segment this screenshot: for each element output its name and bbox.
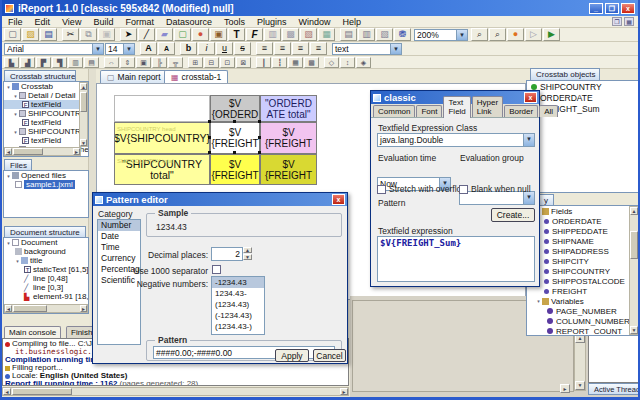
open-icon[interactable]: ▨ — [22, 28, 39, 41]
report-wizard-icon[interactable]: ▧ — [376, 28, 393, 41]
crosstab-column-header-cell[interactable]: $V{ORDERD — [210, 95, 260, 122]
line-tool-icon[interactable]: ╱ — [138, 28, 155, 41]
run-report-datasource-icon[interactable]: ● — [507, 28, 524, 41]
align-right-edges-icon[interactable]: ▟ — [20, 57, 35, 68]
crosstab-object-shipcountry[interactable]: SHIPCOUNTRY — [527, 81, 639, 92]
subreport-tool-icon[interactable]: ▥ — [264, 28, 281, 41]
close-icon[interactable]: x — [332, 194, 345, 205]
align-top-edges-icon[interactable]: ▛ — [36, 57, 51, 68]
spinner-up-icon[interactable]: ▲ — [243, 247, 252, 253]
align-justify-icon[interactable]: ≡ — [310, 42, 327, 55]
variable-report-count[interactable]: REPORT_COUNT — [527, 326, 639, 336]
cancel-button[interactable]: Cancel — [313, 349, 346, 362]
dropdown-icon[interactable]: ▼ — [523, 134, 534, 146]
ellipse-tool-icon[interactable]: ● — [192, 28, 209, 41]
field-shippeddate[interactable]: SHIPPEDDATE — [527, 226, 639, 236]
chart-tool-icon[interactable]: ▧ — [300, 28, 317, 41]
tab-all[interactable]: All — [539, 105, 558, 117]
negative-numbers-list[interactable]: -1234.43 1234.43- (1234.43) (-1234.43) (… — [211, 276, 265, 335]
font-name-combo[interactable]: Arial ▼ — [4, 43, 104, 55]
scroll-left-icon[interactable]: ◄ — [5, 305, 12, 312]
tree-item-background[interactable]: background — [4, 247, 88, 256]
menu-file[interactable]: File — [2, 17, 29, 27]
report-properties-icon[interactable]: ▤ — [340, 28, 357, 41]
menu-plugins[interactable]: Plugins — [251, 17, 293, 27]
tree-item-shipcountry-total[interactable]: ▾ SHIPCOUNTRY total — [4, 127, 88, 136]
crosstab-structure-tab[interactable]: Crosstab structure — [4, 70, 76, 81]
pointer-tool-icon[interactable]: ➤ — [120, 28, 137, 41]
crosstab-tool-icon[interactable]: ▦ — [318, 28, 335, 41]
spinner-down-icon[interactable]: ▼ — [243, 254, 252, 260]
scrollbar-thumb[interactable] — [12, 388, 72, 395]
tree-item-line-1[interactable]: ╱ line [0,48] — [4, 274, 88, 283]
category-number[interactable]: Number — [98, 220, 140, 231]
scroll-right-icon[interactable]: ► — [340, 388, 348, 395]
snap-grid-icon[interactable]: ▦ — [288, 57, 303, 68]
tile-windows-icon[interactable]: ▦ — [624, 17, 634, 26]
restore-button[interactable]: ❐ — [605, 3, 619, 14]
selection-handle[interactable] — [208, 136, 211, 139]
horizontal-scrollbar[interactable]: ◄ ► — [4, 304, 88, 313]
scroll-left-icon[interactable]: ◄ — [3, 388, 11, 395]
field-shipname[interactable]: SHIPNAME — [527, 236, 639, 246]
minimize-button[interactable]: _ — [589, 3, 603, 14]
menu-view[interactable]: View — [56, 17, 87, 27]
checkbox-icon[interactable] — [459, 185, 468, 194]
align-right-icon[interactable]: ≡ — [292, 42, 309, 55]
title-bar[interactable]: iReport 1.1.0 [classic 595x842 (Modified… — [2, 0, 638, 16]
tree-item-element-91[interactable]: ▙ element-91 [18,5 — [4, 292, 88, 301]
font-size-combo[interactable]: 14 ▼ — [105, 43, 135, 55]
center-horizontal-icon[interactable]: ▥ — [68, 57, 83, 68]
vertical-scrollbar[interactable]: ▲ ▼ — [574, 333, 586, 391]
selection-handle[interactable] — [258, 136, 261, 139]
menu-build[interactable]: Build — [87, 17, 119, 27]
crosstab-corner-cell[interactable] — [114, 95, 210, 122]
space-vertical-icon[interactable]: ╦ — [168, 57, 183, 68]
tree-item-shipcountry-head[interactable]: ▾ SHIPCOUNTRY head — [4, 109, 88, 118]
send-to-back-icon[interactable]: ⊟ — [204, 57, 219, 68]
field-shipaddress[interactable]: SHIPADDRESS — [527, 246, 639, 256]
cut-icon[interactable]: ✂ — [62, 28, 79, 41]
decimal-places-value[interactable]: 2 — [211, 247, 243, 261]
transform-icon[interactable]: ◇ — [324, 57, 339, 68]
crosstab-objects-tab[interactable]: Crosstab objects — [530, 68, 600, 80]
compile-report-icon[interactable]: ▷ — [525, 28, 542, 41]
zoom-combo[interactable]: 200% ▼ — [414, 29, 468, 41]
vertical-scrollbar[interactable]: ▲ ▼ — [629, 206, 639, 335]
create-pattern-button[interactable]: Create... — [491, 208, 535, 222]
tab-hyper-link[interactable]: Hyper Link — [472, 96, 503, 117]
tree-item-variables[interactable]: ▾ Variables — [527, 296, 639, 306]
tab-crosstab-1[interactable]: ▦ crosstab-1 — [164, 70, 228, 83]
negative-option[interactable]: 1234.43- — [212, 288, 264, 299]
apply-button[interactable]: Apply — [275, 349, 309, 362]
italic-icon[interactable]: i — [198, 42, 215, 55]
space-horizontal-icon[interactable]: ╠ — [152, 57, 167, 68]
tree-item-title[interactable]: ▾ title — [4, 256, 88, 265]
tree-item-sample1-jxml[interactable]: sample1.jxml — [4, 180, 88, 189]
new-document-icon[interactable]: ▢ — [4, 28, 21, 41]
paste-icon[interactable]: ▣ — [98, 28, 115, 41]
dialog-title-bar[interactable]: Pattern editor x — [93, 193, 347, 206]
database-icon[interactable]: ⛃ — [394, 28, 411, 41]
negative-option[interactable]: (1234.43) — [212, 299, 264, 310]
tree-item-detail-detail[interactable]: ▾ Detail / Detail — [4, 91, 88, 100]
variable-page-number[interactable]: PAGE_NUMBER — [527, 306, 639, 316]
crosstab-object-orderdate[interactable]: ORDERDATE — [527, 92, 639, 103]
zoom-out-icon[interactable]: ⌕ — [489, 28, 506, 41]
tree-item-textfield-selected[interactable]: F textField — [4, 100, 88, 109]
show-grid-icon[interactable]: ▩ — [304, 57, 319, 68]
dropdown-icon[interactable]: ▼ — [390, 44, 401, 54]
fit-height-icon[interactable]: ┇ — [272, 57, 287, 68]
menu-edit[interactable]: Edit — [29, 17, 57, 27]
bold-icon[interactable]: b — [180, 42, 197, 55]
tree-item-textfield[interactable]: F textField — [4, 118, 88, 127]
expression-class-combo[interactable]: java.lang.Double ▼ — [377, 133, 535, 147]
rectangle-tool-icon[interactable]: ▰ — [156, 28, 173, 41]
use-1000-separator-checkbox[interactable] — [212, 265, 221, 274]
negative-option[interactable]: (1234.43-) — [212, 321, 264, 332]
same-size-icon[interactable]: ▣ — [136, 57, 151, 68]
tree-item-textfield[interactable]: F textField — [4, 136, 88, 145]
group-elements-icon[interactable]: ⊡ — [220, 57, 235, 68]
selection-handle[interactable] — [233, 120, 236, 123]
field-freight[interactable]: FREIGHT — [527, 286, 639, 296]
